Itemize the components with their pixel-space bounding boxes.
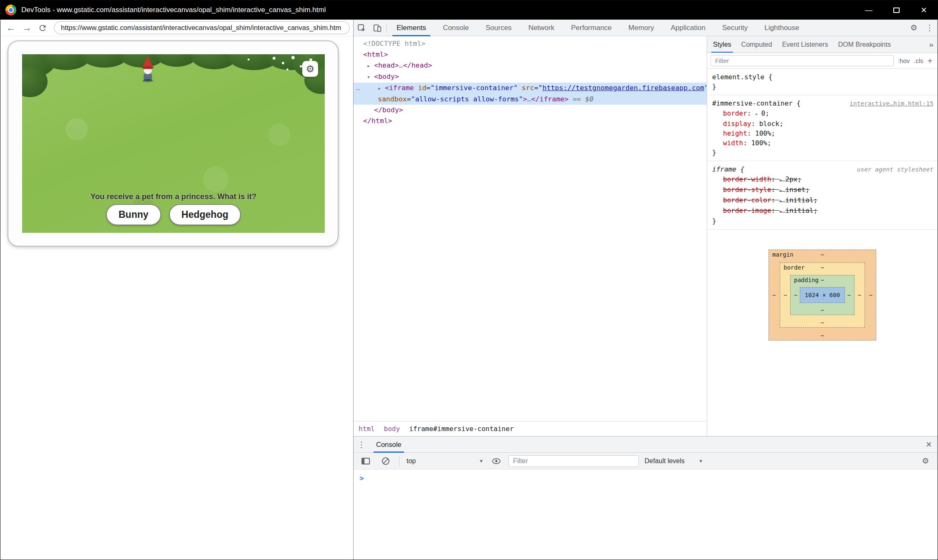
expand-shorthand-icon[interactable]: ▸ [779, 187, 785, 193]
expand-shorthand-icon[interactable]: ▸ [779, 198, 785, 204]
back-icon: ← [6, 22, 16, 33]
answer-button-bunny[interactable]: Bunny [106, 204, 161, 225]
disclosure-triangle-icon[interactable]: ▸ [378, 83, 385, 94]
disclosure-triangle-icon[interactable]: ▸ [367, 61, 374, 71]
tab-styles[interactable]: Styles [708, 36, 736, 53]
css-property[interactable]: border: ▸ 0; [712, 108, 933, 119]
tab-computed[interactable]: Computed [736, 36, 777, 53]
tab-event-listeners[interactable]: Event Listeners [777, 36, 833, 53]
expand-shorthand-icon[interactable]: ▸ [779, 177, 785, 183]
breadcrumb-item-body[interactable]: body [384, 425, 400, 433]
tab-security[interactable]: Security [714, 20, 756, 36]
styles-filter-input[interactable] [710, 55, 894, 66]
drawer-menu-button[interactable]: ⋮ [354, 436, 369, 453]
stylesheet-link[interactable]: interactive…him.html:15 [845, 99, 933, 108]
dom-tree-line[interactable]: sandbox="allow-scripts allow-forms">…</i… [354, 94, 707, 105]
tab-performance[interactable]: Performance [563, 20, 620, 36]
css-selector[interactable]: element.style { [712, 72, 773, 82]
stylesheet-link[interactable]: user agent stylesheet [853, 165, 933, 174]
chevron-down-icon: ▾ [699, 458, 702, 464]
tab-elements[interactable]: Elements [388, 20, 435, 36]
console-prompt[interactable]: > [359, 474, 938, 482]
window-titlebar: DevTools - www.gstatic.com/assistant/int… [0, 0, 938, 20]
css-property[interactable]: border-color: ▸ initial; [712, 195, 933, 206]
live-expression-button[interactable] [488, 453, 504, 469]
flower [291, 56, 295, 59]
drawer-tab-console[interactable]: Console [369, 436, 408, 453]
tab-console[interactable]: Console [435, 20, 477, 36]
toggle-hover-state-button[interactable]: :hov [898, 57, 910, 64]
browser-pane: ← → https://www.gstatic.com/assistant/in… [0, 20, 354, 560]
devtools-menu-button[interactable]: ⋮ [922, 20, 938, 36]
style-rule[interactable]: #immersive-container {interactive…him.ht… [707, 95, 938, 161]
dom-tree-line[interactable]: </html> [354, 116, 707, 126]
console-output[interactable]: > [354, 469, 938, 560]
settings-button[interactable]: ⚙ [302, 61, 318, 77]
console-settings-button[interactable]: ⚙ [918, 453, 933, 469]
devtools-tabbar: Elements Console Sources Network Perform… [354, 20, 938, 36]
css-selector[interactable]: iframe { [712, 164, 744, 174]
dom-tree-line[interactable]: ▸<head>…</head> [354, 60, 707, 71]
css-property[interactable]: border-width: ▸ 2px; [712, 174, 933, 185]
close-drawer-button[interactable]: × [920, 439, 938, 450]
tab-lighthouse[interactable]: Lighthouse [756, 20, 807, 36]
flower [286, 68, 288, 71]
dom-tree-line[interactable]: <!DOCTYPE html> [354, 38, 707, 49]
clear-console-button[interactable] [378, 453, 394, 469]
log-levels-select[interactable]: Default levels ▾ [643, 457, 704, 465]
device-toolbar-button[interactable] [369, 20, 385, 36]
game-canvas[interactable]: ⚙ You receive a pet from a princess. Wha… [22, 54, 325, 233]
answer-button-hedgehog[interactable]: Hedgehog [169, 204, 241, 225]
tab-sources[interactable]: Sources [477, 20, 520, 36]
padding-label: padding [794, 277, 819, 283]
toolbar-divider [399, 456, 399, 466]
close-icon: × [926, 439, 932, 450]
expand-shorthand-icon[interactable]: ▸ [755, 111, 761, 117]
box-model-padding[interactable]: padding−−−−1024 × 600 [790, 275, 855, 315]
dom-tree-line[interactable]: <html> [354, 49, 707, 60]
tab-application[interactable]: Application [662, 20, 714, 36]
dom-tree-line[interactable]: …▸<iframe id="immersive-container" src="… [354, 83, 707, 94]
tab-network[interactable]: Network [520, 20, 563, 36]
tab-dom-breakpoints[interactable]: DOM Breakpoints [833, 36, 896, 53]
console-sidebar-icon [362, 458, 370, 464]
forward-icon: → [22, 22, 32, 33]
css-property[interactable]: border-style: ▸ inset; [712, 185, 933, 195]
css-property[interactable]: display: block; [712, 119, 933, 129]
style-rule[interactable]: element.style {} [707, 69, 938, 95]
box-model-border[interactable]: border−−−−padding−−−−1024 × 600 [780, 262, 865, 328]
url-bar[interactable]: https://www.gstatic.com/assistant/intera… [54, 21, 350, 34]
toggle-class-button[interactable]: .cls [914, 57, 923, 64]
inspect-button[interactable] [354, 20, 369, 36]
new-style-rule-button[interactable]: + [928, 56, 934, 66]
style-rule[interactable]: iframe {user agent stylesheetborder-widt… [707, 161, 938, 230]
breadcrumb-item-iframe[interactable]: iframe#immersive-container [409, 425, 513, 433]
css-property[interactable]: border-image: ▸ initial; [712, 206, 933, 216]
box-model-margin[interactable]: margin−−−−border−−−−padding−−−−1024 × 60… [769, 250, 876, 341]
overflow-dots-icon[interactable]: … [356, 83, 361, 93]
border-label: border [784, 264, 805, 271]
kebab-icon: ⋮ [358, 440, 366, 449]
close-button[interactable]: × [910, 0, 938, 20]
console-sidebar-button[interactable] [358, 453, 374, 469]
devtools-settings-button[interactable]: ⚙ [906, 20, 922, 36]
execution-context-select[interactable]: top ▾ [405, 457, 484, 465]
css-property[interactable]: width: 100%; [712, 138, 933, 148]
console-filter-input[interactable] [508, 455, 639, 467]
box-model-content[interactable]: 1024 × 600 [800, 287, 845, 303]
expand-shorthand-icon[interactable]: ▸ [779, 208, 785, 214]
inspect-icon [357, 23, 366, 33]
reload-button[interactable] [35, 21, 50, 35]
disclosure-triangle-icon[interactable]: ▾ [367, 72, 374, 83]
more-tabs-button[interactable]: » [925, 40, 938, 49]
maximize-button[interactable] [882, 0, 910, 20]
css-property[interactable]: height: 100%; [712, 129, 933, 138]
css-selector[interactable]: #immersive-container { [712, 98, 801, 108]
breadcrumb-item-html[interactable]: html [359, 425, 375, 433]
tab-memory[interactable]: Memory [620, 20, 662, 36]
dom-tree-line[interactable]: ▾<body> [354, 71, 707, 83]
back-button[interactable]: ← [4, 21, 18, 35]
minimize-button[interactable]: — [855, 0, 882, 20]
forward-button[interactable]: → [20, 21, 34, 35]
dom-tree-line[interactable]: </body> [354, 105, 707, 116]
